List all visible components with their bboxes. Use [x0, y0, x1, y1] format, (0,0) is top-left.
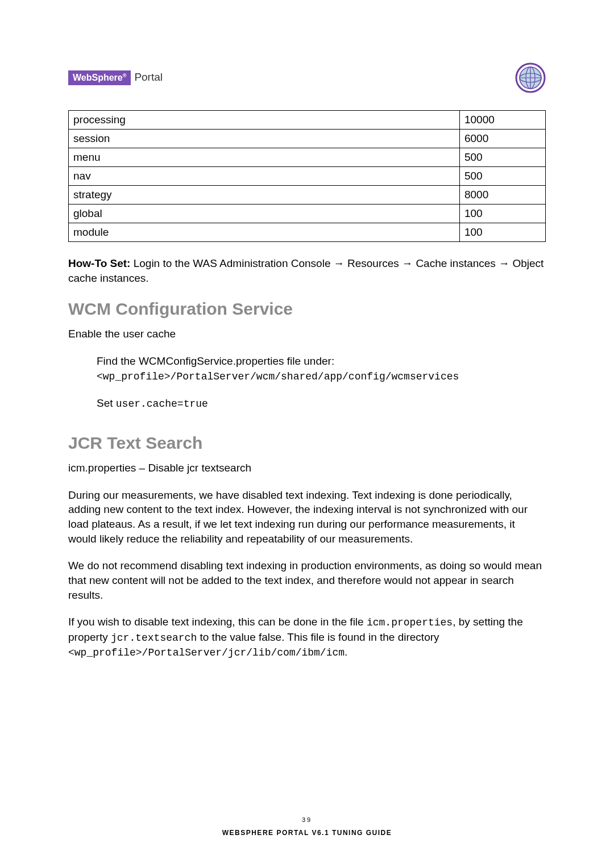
section-heading-jcr: JCR Text Search — [68, 433, 546, 453]
cache-value: 8000 — [459, 186, 545, 205]
globe-icon — [515, 62, 546, 93]
product-name: Portal — [134, 71, 163, 83]
cache-value: 10000 — [459, 111, 545, 130]
page-footer: 39 WEBSPHERE PORTAL V6.1 TUNING GUIDE — [0, 816, 614, 837]
set-label: Set — [97, 397, 116, 409]
mono-part: jcr.textsearch — [111, 632, 197, 644]
icm-properties-line: icm.properties – Disable jcr textsearch — [68, 461, 546, 475]
cache-name: global — [69, 205, 460, 223]
config-path: <wp_profile>/PortalServer/wcm/shared/app… — [97, 371, 459, 382]
cache-name: processing — [69, 111, 460, 130]
table-row: strategy 8000 — [69, 186, 546, 205]
cache-table: processing 10000 session 6000 menu 500 n… — [68, 110, 546, 242]
page-number: 39 — [0, 816, 614, 823]
set-value: user.cache=true — [116, 398, 208, 410]
howto-label: How-To Set: — [68, 257, 130, 269]
cache-name: strategy — [69, 186, 460, 205]
during-measurements-para: During our measurements, we have disable… — [68, 488, 546, 546]
logo-block: WebSphere® Portal — [68, 70, 163, 85]
disable-indexing-para: If you wish to disable text indexing, th… — [68, 615, 546, 660]
howto-paragraph: How-To Set: Login to the WAS Administrat… — [68, 256, 546, 285]
page-header: WebSphere® Portal — [68, 62, 546, 93]
cache-value: 6000 — [459, 130, 545, 148]
cache-value: 500 — [459, 167, 545, 186]
cache-value: 100 — [459, 223, 545, 242]
section-heading-wcm: WCM Configuration Service — [68, 299, 546, 319]
table-row: module 100 — [69, 223, 546, 242]
footer-title: WEBSPHERE PORTAL V6.1 TUNING GUIDE — [0, 829, 614, 837]
text-part: If you wish to disable text indexing, th… — [68, 616, 367, 628]
text-part: to the value false. This file is found i… — [197, 631, 439, 643]
cache-table-body: processing 10000 session 6000 menu 500 n… — [69, 111, 546, 242]
cache-name: module — [69, 223, 460, 242]
websphere-logo: WebSphere® — [68, 70, 131, 85]
mono-part: <wp_profile>/PortalServer/jcr/lib/com/ib… — [68, 647, 345, 658]
find-config-text: Find the WCMConfigService.properties fil… — [97, 355, 334, 367]
table-row: global 100 — [69, 205, 546, 223]
enable-user-cache: Enable the user cache — [68, 327, 546, 341]
brand-registered: ® — [123, 73, 127, 78]
cache-value: 100 — [459, 205, 545, 223]
howto-text: Login to the WAS Administration Console … — [68, 257, 544, 284]
table-row: menu 500 — [69, 148, 546, 167]
cache-value: 500 — [459, 148, 545, 167]
table-row: processing 10000 — [69, 111, 546, 130]
not-recommend-para: We do not recommend disabling text index… — [68, 558, 546, 602]
find-config-block: Find the WCMConfigService.properties fil… — [97, 354, 546, 383]
mono-part: icm.properties — [367, 617, 453, 628]
table-row: session 6000 — [69, 130, 546, 148]
cache-name: session — [69, 130, 460, 148]
set-user-cache-block: Set user.cache=true — [97, 396, 546, 411]
table-row: nav 500 — [69, 167, 546, 186]
text-part: . — [345, 646, 347, 658]
cache-name: menu — [69, 148, 460, 167]
brand-text: WebSphere — [73, 73, 123, 82]
cache-name: nav — [69, 167, 460, 186]
